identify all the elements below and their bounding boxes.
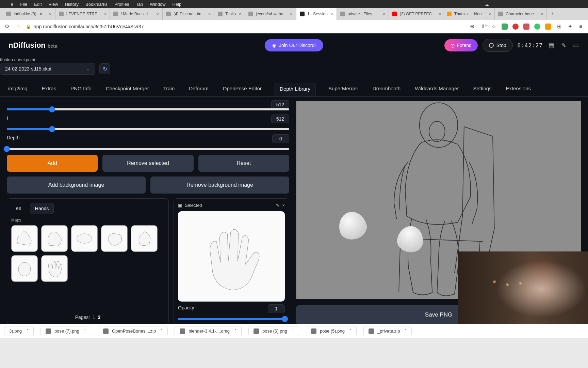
discord-button[interactable]: ◉ Join Our Discord! — [265, 39, 323, 51]
close-icon[interactable]: × — [239, 12, 241, 17]
hand-thumbnail[interactable] — [101, 225, 128, 252]
hand-thumbnail[interactable] — [11, 225, 38, 252]
opacity-slider[interactable]: Opacity 1 — [178, 305, 285, 320]
gallery-icon[interactable]: ▦ — [548, 42, 555, 49]
extension-icon[interactable] — [502, 24, 508, 30]
tab-extras[interactable]: Extras — [40, 83, 58, 96]
close-icon[interactable]: × — [282, 203, 285, 208]
menu-item[interactable]: e — [11, 2, 13, 7]
checkpoint-select[interactable]: 24-02-2023-sd15.ckpt ⌄ — [0, 63, 95, 75]
extension-icon[interactable] — [523, 24, 529, 30]
tab-supermerger[interactable]: SuperMerger — [327, 83, 360, 96]
hand-thumbnail[interactable] — [41, 225, 68, 252]
close-icon[interactable]: × — [330, 12, 333, 17]
tab-openpose[interactable]: OpenPose Editor — [222, 83, 263, 96]
reload-icon[interactable]: ⟳ — [4, 24, 10, 30]
chevron-up-icon[interactable]: ˄ — [405, 329, 407, 334]
menu-icon[interactable]: ≡ — [578, 24, 584, 30]
height-value[interactable]: 512 — [271, 114, 289, 123]
download-item[interactable]: 3).png˄ — [4, 326, 34, 336]
extension-icon[interactable] — [534, 24, 540, 30]
browser-tab[interactable]: ! Marie Buus - L…× — [110, 8, 163, 20]
tab-settings[interactable]: Settings — [472, 83, 493, 96]
remove-selected-button[interactable]: Remove selected — [102, 155, 193, 172]
browser-tab[interactable]: (4) Discord | #n…× — [163, 8, 214, 20]
zoom-icon[interactable]: ⊕ — [469, 24, 475, 30]
menu-item[interactable]: View — [49, 2, 58, 7]
menu-item[interactable]: Tab — [136, 2, 143, 7]
close-icon[interactable]: × — [156, 12, 159, 17]
close-icon[interactable]: × — [104, 12, 107, 17]
browser-tab[interactable]: (3) GET PERFEC…× — [389, 8, 443, 20]
address-bar[interactable]: 🔒 app.rundiffusion.com/launch/3ct5ZrbU6V… — [26, 24, 464, 29]
close-icon[interactable]: × — [290, 12, 293, 17]
tab-wildcards[interactable]: Wildcards Manager — [413, 83, 460, 96]
tab-img2img[interactable]: img2img — [7, 83, 29, 96]
browser-tab[interactable]: Indbakke (8) - n…× — [3, 8, 55, 20]
download-item[interactable]: pose (7).png˄ — [40, 326, 91, 336]
hand-thumbnail[interactable] — [71, 225, 98, 252]
chevron-up-icon[interactable]: ˄ — [84, 329, 86, 334]
close-icon[interactable]: × — [382, 12, 385, 17]
edit-icon[interactable]: ✎ — [560, 42, 567, 49]
page-link[interactable]: 1 — [93, 315, 95, 320]
close-icon[interactable]: × — [208, 12, 211, 17]
menu-item[interactable]: History — [65, 2, 79, 7]
download-item[interactable]: OpenPoseBones....zip˄ — [98, 326, 168, 336]
menu-item[interactable]: Window — [150, 2, 165, 7]
chevron-up-icon[interactable]: ˄ — [292, 329, 294, 334]
height-slider[interactable]: t 512 — [7, 115, 289, 130]
menu-item[interactable]: Edit — [34, 2, 42, 7]
add-button[interactable]: Add — [7, 155, 98, 172]
stop-button[interactable]: Stop — [483, 39, 513, 52]
depth-value[interactable]: 0 — [272, 134, 289, 143]
chevron-up-icon[interactable]: ˄ — [27, 329, 29, 334]
close-icon[interactable]: × — [489, 12, 491, 17]
puzzle-icon[interactable]: ✦ — [567, 24, 573, 30]
download-item[interactable]: pose (6).png˄ — [248, 326, 299, 336]
download-item[interactable]: blender-3.4.1-....dmg˄ — [175, 326, 242, 336]
library-tab-hands[interactable]: Hands — [30, 203, 54, 214]
browser-tab[interactable]: private - Files - …× — [337, 8, 389, 20]
extend-button[interactable]: ◷ Extend — [444, 39, 478, 51]
chevron-up-icon[interactable]: ˄ — [161, 329, 163, 334]
download-item[interactable]: pose (5).png˄ — [306, 326, 357, 336]
new-tab-button[interactable]: + — [547, 8, 557, 20]
extensions-icon[interactable]: ⊞ — [556, 24, 562, 30]
status-icon[interactable]: ☁ — [484, 2, 489, 7]
browser-tab-active[interactable]: 1 - Session× — [296, 8, 337, 20]
expand-icon[interactable]: ▭ — [572, 42, 579, 49]
reset-button[interactable]: Reset — [198, 155, 289, 172]
tab-extensions[interactable]: Extensions — [505, 83, 532, 96]
menu-item[interactable]: Bookmarks — [85, 2, 108, 7]
refresh-button[interactable]: ↻ — [99, 63, 110, 74]
tab-depth-library[interactable]: Depth Library — [275, 83, 315, 96]
width-value[interactable]: 512 — [271, 100, 289, 109]
tab-checkpoint-merger[interactable]: Checkpoint Merger — [104, 83, 150, 96]
close-icon[interactable]: × — [541, 12, 543, 17]
menu-item[interactable]: File — [20, 2, 27, 7]
menu-item[interactable]: Profiles — [114, 2, 129, 7]
depth-slider[interactable]: Depth 0 — [7, 135, 289, 150]
tab-train[interactable]: Train — [162, 83, 176, 96]
opacity-value[interactable]: 1 — [268, 304, 285, 313]
hand-thumbnail[interactable] — [11, 255, 38, 282]
chevron-up-icon[interactable]: ˄ — [349, 329, 352, 334]
hand-thumbnail[interactable] — [41, 255, 68, 282]
extension-icon[interactable] — [545, 24, 551, 30]
tab-dreambooth[interactable]: Dreambooth — [371, 83, 402, 96]
page-current[interactable]: 2 — [98, 315, 101, 320]
menu-item[interactable]: Help — [173, 2, 182, 7]
extension-icon[interactable] — [512, 24, 519, 30]
tab-pnginfo[interactable]: PNG Info — [69, 83, 93, 96]
home-icon[interactable]: ⌂ — [15, 24, 21, 30]
browser-tab[interactable]: LEVENDE STRE…× — [55, 8, 110, 20]
edit-icon[interactable]: ✎ — [276, 203, 279, 208]
browser-tab[interactable]: Character bone…× — [495, 8, 547, 20]
add-bg-button[interactable]: Add background image — [7, 177, 146, 194]
chevron-up-icon[interactable]: ˄ — [234, 329, 236, 334]
remove-bg-button[interactable]: Remove background image — [150, 177, 289, 194]
library-tab[interactable]: es — [11, 203, 26, 214]
browser-tab[interactable]: Thanks — blen…× — [443, 8, 495, 20]
close-icon[interactable]: × — [49, 12, 52, 17]
